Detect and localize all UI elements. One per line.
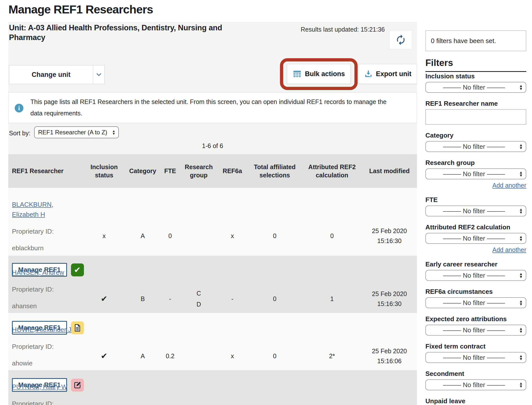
select-spinner-icon: ▲▼ bbox=[519, 84, 523, 90]
chevron-down-icon bbox=[95, 71, 103, 78]
secondment-filter-select[interactable]: ––––– No filter ––––– ▲▼ bbox=[425, 379, 526, 390]
fte-cell: 1 bbox=[160, 370, 180, 405]
add-another-link[interactable]: Add another bbox=[425, 246, 526, 253]
page-title: Manage REF1 Researchers bbox=[8, 2, 153, 16]
select-spinner-icon: ▲▼ bbox=[519, 235, 523, 241]
export-unit-label: Export unit bbox=[376, 70, 411, 78]
select-spinner-icon: ▲▼ bbox=[112, 130, 115, 135]
table-row: HANSEN, Andrew Proprietary ID: ahansen M… bbox=[8, 256, 417, 313]
proprietary-id-label: Proprietary ID: bbox=[12, 285, 80, 294]
filter-group-research-group: Research group ––––– No filter ––––– ▲▼ … bbox=[425, 158, 526, 189]
add-another-link[interactable]: Add another bbox=[425, 182, 526, 189]
proprietary-id-label: Proprietary ID: bbox=[12, 399, 80, 405]
filter-group-inclusion-status: Inclusion status ––––– No filter ––––– ▲… bbox=[425, 72, 526, 93]
researcher-name-link[interactable]: HANSEN, Andrew bbox=[12, 269, 64, 276]
change-unit-split-button: Change unit bbox=[9, 65, 105, 84]
refresh-icon bbox=[395, 34, 406, 46]
filter-group-early-career: Early career researcher ––––– No filter … bbox=[425, 260, 526, 281]
category-filter-select[interactable]: ––––– No filter ––––– ▲▼ bbox=[425, 141, 526, 152]
column-header: REF6a bbox=[217, 154, 247, 188]
bulk-actions-label: Bulk actions bbox=[305, 70, 345, 78]
info-banner-text: This page lists all REF1 Researchers in … bbox=[30, 96, 387, 119]
category-cell: A bbox=[125, 370, 160, 405]
proprietary-id-value: ahowie bbox=[12, 358, 80, 368]
select-spinner-icon: ▲▼ bbox=[519, 272, 523, 278]
ref6a-cell: ✔ bbox=[217, 370, 247, 405]
researcher-name-filter-input[interactable] bbox=[425, 109, 526, 125]
download-icon bbox=[364, 70, 373, 78]
select-spinner-icon: ▲▼ bbox=[519, 144, 523, 150]
filter-group-researcher-name: REF1 Researcher name bbox=[425, 99, 526, 125]
change-unit-dropdown-toggle[interactable] bbox=[93, 65, 104, 84]
select-spinner-icon: ▲▼ bbox=[519, 171, 523, 177]
column-header: Research group bbox=[180, 154, 217, 188]
researchers-table: REF1 Researcher Inclusion status Categor… bbox=[8, 154, 417, 405]
select-spinner-icon: ▲▼ bbox=[519, 208, 523, 214]
column-header: Inclusion status bbox=[83, 154, 125, 188]
sort-by-label: Sort by: bbox=[9, 130, 30, 137]
proprietary-id-value: eblackburn bbox=[12, 243, 80, 253]
researcher-name-link[interactable]: BLACKBURN, Elizabeth H bbox=[12, 201, 53, 218]
filter-group-expected-zero: Expected zero attributions ––––– No filt… bbox=[425, 315, 526, 336]
export-unit-button[interactable]: Export unit bbox=[359, 64, 417, 84]
research-group-filter-select[interactable]: ––––– No filter ––––– ▲▼ bbox=[425, 168, 526, 179]
filters-sidebar: Filters Inclusion status ––––– No filter… bbox=[425, 58, 526, 405]
select-spinner-icon: ▲▼ bbox=[519, 354, 523, 360]
table-icon bbox=[293, 69, 302, 78]
sort-by-value: REF1 Researcher (A to Z) bbox=[38, 129, 112, 136]
researcher-name-link[interactable]: HOWIE, Alexander J bbox=[12, 326, 71, 333]
total-affiliated-cell: 0 bbox=[247, 370, 302, 405]
table-row: BLACKBURN, Elizabeth H Proprietary ID: e… bbox=[8, 188, 417, 256]
inclusion-status-filter-select[interactable]: ––––– No filter ––––– ▲▼ bbox=[425, 82, 526, 93]
bulk-actions-button[interactable]: Bulk actions bbox=[287, 64, 351, 84]
table-row: PUTNAM, Hilary W Proprietary ID: hputnam… bbox=[8, 370, 417, 405]
expected-zero-filter-select[interactable]: ––––– No filter ––––– ▲▼ bbox=[425, 325, 526, 336]
filters-heading: Filters bbox=[425, 58, 526, 72]
proprietary-id-label: Proprietary ID: bbox=[12, 227, 80, 236]
column-header: FTE bbox=[160, 154, 180, 188]
filter-group-unpaid-leave: Unpaid leave ––––– No filter ––––– ▲▼ bbox=[425, 397, 526, 405]
proprietary-id-label: Proprietary ID: bbox=[12, 342, 80, 351]
info-banner: i This page lists all REF1 Researchers i… bbox=[8, 92, 417, 123]
early-career-filter-select[interactable]: ––––– No filter ––––– ▲▼ bbox=[425, 270, 526, 281]
column-header: Last modified bbox=[362, 154, 417, 188]
table-header-row: REF1 Researcher Inclusion status Categor… bbox=[8, 154, 417, 188]
results-count: 1-6 of 6 bbox=[8, 142, 417, 150]
sort-by-select[interactable]: REF1 Researcher (A to Z) ▲▼ bbox=[34, 126, 119, 138]
research-group-cell: A bbox=[180, 370, 217, 405]
proprietary-id-value: ahansen bbox=[12, 301, 80, 311]
ref6a-circumstances-filter-select[interactable]: ––––– No filter ––––– ▲▼ bbox=[425, 297, 526, 308]
attributed-ref2-filter-select[interactable]: ––––– No filter ––––– ▲▼ bbox=[425, 233, 526, 244]
manage-ref1-researchers-page: Manage REF1 Researchers Unit: A-03 Allie… bbox=[0, 0, 532, 405]
refresh-button[interactable] bbox=[389, 30, 412, 50]
fte-filter-select[interactable]: ––––– No filter ––––– ▲▼ bbox=[425, 205, 526, 216]
last-modified-cell: 25 Feb 202015:16:30 bbox=[362, 370, 417, 405]
change-unit-button[interactable]: Change unit bbox=[9, 65, 93, 84]
info-icon: i bbox=[15, 104, 23, 112]
filter-group-category: Category ––––– No filter ––––– ▲▼ bbox=[425, 131, 526, 152]
column-header: Category bbox=[125, 154, 160, 188]
inclusion-status-cell: ✔ bbox=[83, 370, 125, 405]
filter-group-ref6a-circumstances: REF6a circumstances ––––– No filter ––––… bbox=[425, 287, 526, 308]
researcher-cell: PUTNAM, Hilary W Proprietary ID: hputnam… bbox=[8, 370, 83, 405]
attributed-ref2-cell: 0 bbox=[302, 370, 362, 405]
select-spinner-icon: ▲▼ bbox=[519, 300, 523, 306]
filter-group-fixed-term: Fixed term contract ––––– No filter ––––… bbox=[425, 342, 526, 363]
main-panel: Unit: A-03 Allied Health Professions, De… bbox=[8, 22, 417, 405]
filter-group-fte: FTE ––––– No filter ––––– ▲▼ bbox=[425, 196, 526, 216]
filter-group-secondment: Secondment ––––– No filter ––––– ▲▼ bbox=[425, 369, 526, 390]
filters-set-notice: 0 filters have been set. bbox=[425, 30, 526, 51]
table-row: HOWIE, Alexander J Proprietary ID: ahowi… bbox=[8, 313, 417, 370]
select-spinner-icon: ▲▼ bbox=[519, 382, 523, 388]
results-last-updated: Results last updated: 15:21:36 bbox=[108, 26, 385, 33]
column-header: Attributed REF2 calculation bbox=[302, 154, 362, 188]
column-header: Total affiliated selections bbox=[247, 154, 302, 188]
filter-group-attributed-ref2: Attributed REF2 calculation ––––– No fil… bbox=[425, 223, 526, 253]
column-header: REF1 Researcher bbox=[8, 154, 83, 188]
researcher-name-link[interactable]: PUTNAM, Hilary W bbox=[12, 383, 67, 391]
fixed-term-filter-select[interactable]: ––––– No filter ––––– ▲▼ bbox=[425, 352, 526, 363]
select-spinner-icon: ▲▼ bbox=[519, 327, 523, 333]
